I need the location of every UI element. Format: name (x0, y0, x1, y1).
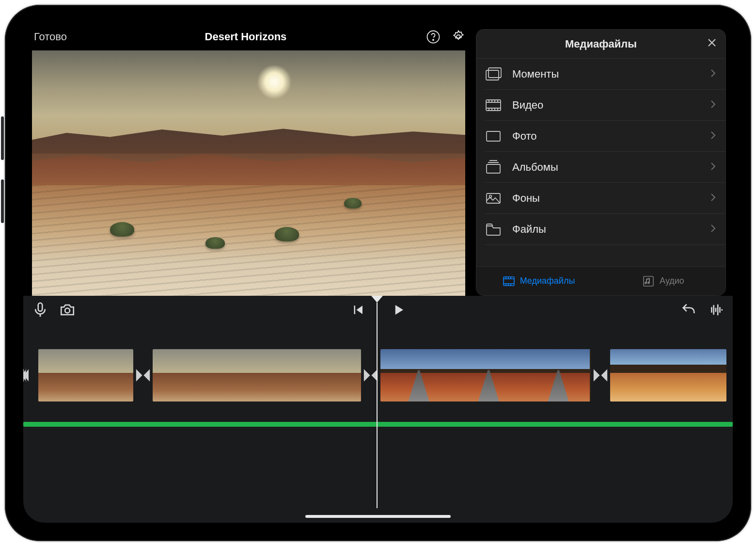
timeline-clip[interactable] (38, 349, 133, 401)
media-row-label: Моменты (512, 68, 559, 80)
audio-track[interactable] (23, 422, 733, 427)
camera-button[interactable] (59, 302, 76, 318)
ipad-frame: Готово Desert Horizons (5, 5, 751, 541)
chevron-right-icon (710, 130, 716, 143)
media-panel-close-button[interactable] (706, 37, 718, 51)
svg-point-13 (65, 308, 70, 313)
tab-audio[interactable]: Аудио (601, 267, 725, 295)
media-panel-tabs: Медиафайлы Аудио (476, 266, 725, 295)
rewind-button[interactable] (349, 302, 366, 318)
svg-rect-7 (487, 164, 500, 173)
skip-back-icon (350, 303, 365, 317)
waveform-button[interactable] (708, 302, 724, 318)
gear-icon (451, 30, 466, 44)
record-voiceover-button[interactable] (32, 302, 48, 318)
playhead-marker[interactable] (371, 296, 383, 303)
media-row-albums[interactable]: Альбомы (485, 152, 725, 183)
media-row-video[interactable]: Видео (485, 90, 725, 121)
files-icon (485, 222, 502, 237)
home-indicator[interactable] (305, 515, 451, 518)
preview-viewer[interactable] (32, 50, 465, 296)
chevron-right-icon (710, 99, 716, 112)
filmstrip-icon (503, 275, 515, 288)
timeline-clip[interactable] (380, 349, 591, 401)
hardware-buttons (1, 116, 4, 223)
media-panel: Медиафайлы Моменты (476, 29, 726, 296)
timeline[interactable] (23, 296, 733, 523)
media-panel-header: Медиафайлы (476, 30, 725, 59)
done-button[interactable]: Готово (34, 31, 67, 43)
transition-button[interactable] (135, 367, 151, 384)
play-icon (391, 303, 406, 317)
viewer-column: Готово Desert Horizons (23, 23, 474, 296)
transition-edge-start[interactable] (23, 367, 37, 384)
tab-media[interactable]: Медиафайлы (476, 267, 601, 295)
tab-audio-label: Аудио (660, 276, 684, 286)
media-row-photo[interactable]: Фото (485, 121, 725, 152)
media-row-moments[interactable]: Моменты (485, 59, 725, 90)
moments-icon (485, 67, 502, 81)
media-panel-title: Медиафайлы (565, 38, 637, 50)
project-title: Desert Horizons (75, 31, 417, 43)
chevron-right-icon (710, 68, 716, 80)
tab-media-label: Медиафайлы (520, 276, 575, 286)
photo-icon (485, 129, 502, 144)
media-row-files[interactable]: Файлы (485, 214, 725, 245)
timeline-clip[interactable] (610, 349, 726, 401)
svg-point-1 (433, 39, 434, 40)
media-row-label: Файлы (512, 223, 546, 236)
microphone-icon (32, 302, 48, 318)
svg-rect-5 (486, 100, 501, 111)
top-area: Готово Desert Horizons (23, 23, 733, 296)
media-row-label: Видео (512, 99, 543, 112)
svg-rect-3 (486, 70, 499, 80)
music-icon (642, 275, 655, 288)
undo-button[interactable] (680, 302, 697, 318)
media-row-label: Фото (512, 130, 537, 143)
playhead-line[interactable] (377, 303, 378, 508)
svg-rect-12 (38, 303, 43, 311)
albums-icon (485, 160, 502, 175)
help-button[interactable] (425, 28, 442, 46)
screen: Готово Desert Horizons (23, 23, 733, 523)
settings-button[interactable] (450, 28, 467, 46)
chevron-right-icon (710, 223, 716, 236)
svg-rect-6 (487, 131, 500, 141)
transition-button[interactable] (592, 367, 609, 384)
project-topbar: Готово Desert Horizons (23, 23, 474, 50)
undo-icon (680, 302, 697, 318)
video-icon (485, 98, 502, 112)
camera-icon (59, 302, 76, 318)
svg-rect-11 (644, 276, 653, 286)
backgrounds-icon (485, 191, 502, 206)
waveform-icon (708, 302, 724, 318)
chevron-right-icon (710, 192, 716, 205)
media-row-backgrounds[interactable]: Фоны (485, 183, 725, 214)
play-button[interactable] (390, 302, 407, 318)
chevron-right-icon (710, 161, 716, 174)
media-row-label: Альбомы (512, 161, 558, 174)
help-icon (426, 30, 441, 44)
media-row-label: Фоны (512, 192, 540, 205)
svg-point-0 (427, 31, 440, 43)
svg-rect-10 (504, 277, 514, 286)
svg-rect-4 (488, 68, 501, 78)
video-track[interactable] (23, 348, 733, 402)
media-panel-list: Моменты Видео Фото (476, 59, 725, 266)
timeline-clip[interactable] (153, 349, 361, 401)
svg-point-9 (489, 195, 492, 197)
close-icon (706, 37, 718, 48)
